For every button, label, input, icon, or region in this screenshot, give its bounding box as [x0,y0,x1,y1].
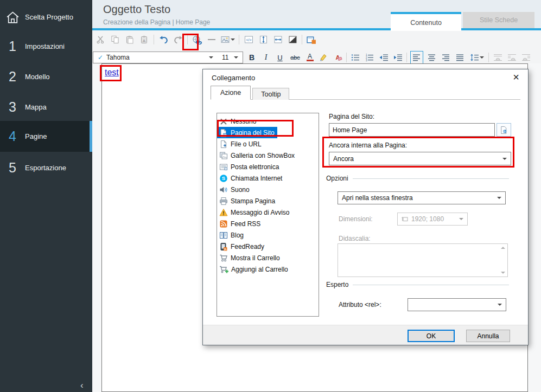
insert-separator-line-button[interactable] [206,33,217,46]
list-item-mostra-carrello[interactable]: Mostra il Carrello [217,252,319,264]
underline-button[interactable]: U [275,51,285,64]
font-size-value[interactable]: 11 [217,54,231,61]
font-color-button[interactable]: A [305,51,315,64]
anchor-select[interactable]: Ancora [329,152,511,165]
toolbar-separator [187,35,188,44]
undo-button[interactable] [158,33,169,46]
fit-width-button[interactable] [272,33,283,46]
toolbar-separator [302,35,302,44]
clear-format-button[interactable]: A [332,51,343,64]
list-item-feed-rss[interactable]: Feed RSS [217,218,319,229]
toolbar-row-format: ✓ Tahoma 11 B I U abc A A 123 [93,51,531,64]
list-item-suono[interactable]: Suono [217,184,319,195]
app-window: Scelta Progetto 1 Impostazioni 2 Modello… [0,0,541,392]
bullet-list-button[interactable] [350,51,361,64]
redo-button[interactable] [173,33,183,46]
text-wrap-icon [507,54,517,61]
tab-label: Contenuto [410,19,442,27]
breadcrumb: Creazione della Pagina | Home Page [103,18,210,26]
list-item-label: Blog [231,232,244,239]
justify-button[interactable] [455,51,466,64]
bold-button[interactable]: B [246,51,257,64]
bullet-list-icon [351,54,360,61]
copy-button[interactable] [110,33,120,46]
tab-contenuto[interactable]: Contenuto [391,12,461,31]
list-item-aggiungi-carrello[interactable]: Aggiungi al Carrello [217,264,319,275]
tab-azione[interactable]: Azione [211,86,251,100]
line-spacing-button[interactable] [469,51,485,64]
group-divider [353,285,509,285]
horizontal-line-icon [207,35,216,44]
list-item-chiamata-internet[interactable]: SChiamata Internet [217,172,319,184]
paste-special-button[interactable]: A [139,33,150,46]
list-item-galleria-showbox[interactable]: Galleria con ShowBox [217,150,319,161]
image-icon [221,35,230,44]
sidebar-item-pagine-inner[interactable]: 4 Pagine [0,127,92,145]
list-item-messaggio-avviso[interactable]: Messaggio di Avviso [217,207,319,218]
editor-link-text[interactable]: test [105,68,119,78]
sidebar-item-scelta-progetto[interactable]: Scelta Progetto [0,4,92,30]
increase-indent-button[interactable] [392,51,403,64]
rel-attribute-select[interactable] [408,298,506,311]
scroll-down-icon[interactable] [501,272,505,274]
line-spacing-icon [470,54,479,61]
textarea-scrollbar[interactable] [499,245,507,276]
decrease-indent-button[interactable] [378,51,389,64]
paste-button[interactable] [124,33,135,46]
insert-link-button[interactable] [192,33,202,46]
fit-height-button[interactable] [258,33,269,46]
printer-icon [219,197,228,205]
html-code-button[interactable]: </> [243,33,254,46]
gallery-icon [219,151,228,160]
list-item-file-o-url[interactable]: File o URL [217,138,319,150]
options-group-header: Opzioni [326,175,509,182]
sidebar-item-impostazioni[interactable]: 1 Impostazioni [0,37,92,55]
rollover-button[interactable] [306,33,317,46]
collegamento-dialog: Collegamento × Azione Tooltip Nessuno Pa… [202,69,529,345]
list-item-posta-elettronica[interactable]: Posta elettronica [217,161,319,172]
tab-label: Stile Schede [480,16,518,24]
italic-button[interactable]: I [260,51,271,64]
list-item-pagina-del-sito[interactable]: Pagina del Sito [217,127,277,138]
list-item-nessuno[interactable]: Nessuno [217,115,319,127]
highlight-button[interactable] [318,51,329,64]
tab-label: Tooltip [261,91,281,98]
none-x-icon [219,117,228,126]
browse-site-page-button[interactable] [497,123,511,137]
rel-attribute-label: Attributo <rel>: [339,301,381,309]
sidebar-item-mappa[interactable]: 3 Mappa [0,98,92,116]
sidebar-item-label: Mappa [25,103,47,111]
close-icon[interactable]: × [510,70,523,83]
list-item-feedready[interactable]: FeedReady [217,241,319,252]
background-contrast-button[interactable] [287,33,298,46]
page-site-label: Pagina del Sito: [329,113,374,120]
open-mode-select[interactable]: Apri nella stessa finestra [338,191,506,204]
align-center-button[interactable] [427,51,437,64]
contrast-square-icon [288,35,297,44]
insert-image-button[interactable] [221,33,235,46]
font-combobox[interactable]: ✓ Tahoma 11 [93,52,243,63]
cancel-button[interactable]: Annulla [466,330,510,342]
align-left-button[interactable] [410,51,423,64]
tab-tooltip[interactable]: Tooltip [252,88,289,100]
page-site-input[interactable] [329,123,495,137]
sidebar-item-label: Modello [25,73,50,81]
sidebar-item-pagine[interactable]: 4 Pagine [0,121,92,152]
cut-button[interactable] [95,33,106,46]
copy-icon [111,35,119,44]
warning-icon [219,208,228,217]
scroll-up-icon[interactable] [501,247,505,249]
wrap-right-button [520,51,531,64]
site-page-icon [219,128,228,137]
sidebar-item-esportazione[interactable]: 5 Esportazione [0,158,92,177]
align-right-button[interactable] [441,51,451,64]
page-title: Oggetto Testo [103,3,170,16]
list-item-blog[interactable]: Blog [217,229,319,241]
list-item-stampa-pagina[interactable]: Stampa Pagina [217,195,319,207]
email-icon [219,163,228,171]
ok-button[interactable]: OK [408,330,455,342]
numbered-list-button[interactable]: 123 [364,51,375,64]
strikethrough-button[interactable]: abc [289,51,302,64]
sidebar-collapse-chevron-icon[interactable]: ‹ [80,380,84,391]
sidebar-item-modello[interactable]: 2 Modello [0,67,92,86]
